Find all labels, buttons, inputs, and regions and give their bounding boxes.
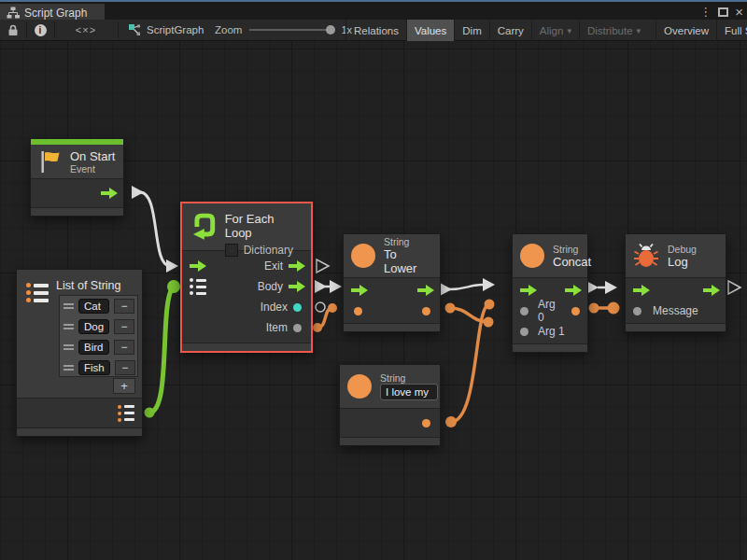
node-list-of-string[interactable]: List of String Cat − Dog − Bird − Fish − — [16, 269, 143, 437]
lock-button[interactable] — [2, 20, 24, 40]
port-label-body: Body — [258, 280, 283, 293]
node-footer — [340, 437, 440, 445]
port-label-arg1: Arg 1 — [538, 325, 565, 338]
string-input-port[interactable] — [354, 307, 362, 315]
node-footer — [31, 207, 123, 216]
zoom-slider-track — [249, 29, 333, 31]
kebab-menu-icon[interactable]: ⋮ — [699, 6, 712, 19]
maximize-icon[interactable] — [718, 7, 728, 17]
node-for-each-loop[interactable]: For Each Loop Dictionary Exit Body Inde — [180, 202, 313, 353]
flow-output-port[interactable] — [417, 285, 434, 296]
carry-button[interactable]: Carry — [489, 20, 531, 41]
distribute-dropdown[interactable]: Distribute ▾ — [579, 20, 648, 41]
string-output-port[interactable] — [422, 307, 430, 315]
list-item-field[interactable]: Dog — [78, 319, 109, 334]
index-output-port[interactable] — [293, 303, 302, 312]
flow-input-port[interactable] — [633, 285, 650, 296]
port-label-message: Message — [653, 304, 698, 317]
drag-handle[interactable] — [63, 344, 74, 350]
dim-button[interactable]: Dim — [454, 20, 488, 41]
list-item-field[interactable]: Cat — [78, 299, 109, 314]
string-type-icon — [347, 374, 372, 399]
node-title: List of String — [56, 279, 120, 292]
zoom-slider[interactable] — [249, 24, 333, 35]
list-item-field[interactable]: Fish — [78, 360, 110, 375]
node-footer — [344, 323, 440, 331]
flow-output-port[interactable] — [101, 188, 118, 199]
script-graph-icon — [128, 23, 141, 36]
lock-icon — [7, 24, 19, 36]
string-type-icon — [351, 244, 375, 268]
node-title: On Start — [70, 149, 115, 163]
node-subtitle: Event — [70, 163, 115, 175]
arg1-input-port[interactable] — [520, 328, 529, 336]
toolbar-buttons: Relations Values Dim Carry Align ▾ Distr… — [345, 20, 747, 41]
dictionary-checkbox[interactable] — [225, 244, 238, 257]
fullscreen-button[interactable]: Full Screen — [716, 20, 747, 41]
chevron-down-icon: ▾ — [637, 26, 641, 35]
node-type-label: String — [384, 236, 432, 247]
port-label-exit: Exit — [264, 259, 283, 273]
port-label-arg0: Arg 0 — [538, 298, 560, 324]
node-debug-log[interactable]: Debug Log Message — [625, 233, 726, 332]
remove-item-button[interactable]: − — [114, 319, 134, 334]
list-item-row: Bird − — [60, 337, 137, 357]
flow-output-port[interactable] — [703, 285, 720, 296]
drag-handle[interactable] — [63, 324, 74, 329]
message-input-port[interactable] — [633, 307, 641, 315]
string-list-widget: Cat − Dog − Bird − Fish − — [59, 295, 138, 377]
collection-input-port[interactable] — [190, 278, 206, 295]
align-label: Align — [540, 25, 564, 36]
graph-name-label: ScriptGraph — [147, 24, 204, 35]
bug-icon — [633, 243, 659, 269]
string-value-input[interactable] — [380, 384, 438, 400]
code-icon: <×> — [76, 24, 96, 35]
remove-item-button[interactable]: − — [114, 340, 134, 355]
align-dropdown[interactable]: Align ▾ — [531, 20, 579, 41]
flow-input-port[interactable] — [520, 285, 537, 296]
node-string-to-lower[interactable]: String To Lower — [343, 233, 441, 332]
port-label-index: Index — [261, 301, 288, 314]
body-output-port[interactable] — [289, 281, 305, 292]
list-item-field[interactable]: Bird — [78, 340, 109, 355]
drag-handle[interactable] — [63, 303, 74, 309]
info-button[interactable]: i — [28, 20, 52, 40]
remove-item-button[interactable]: − — [115, 360, 135, 375]
result-output-port[interactable] — [571, 307, 580, 315]
remove-item-button[interactable]: − — [114, 299, 134, 314]
arg0-input-port[interactable] — [520, 307, 529, 315]
list-item-row: Fish − — [60, 357, 137, 378]
title-bar: Script Graph ⋮ × — [0, 0, 747, 20]
flow-input-port[interactable] — [351, 285, 368, 296]
graph-breadcrumb[interactable]: ScriptGraph — [128, 20, 204, 40]
add-item-button[interactable]: + — [113, 378, 135, 394]
flow-input-port[interactable] — [190, 260, 206, 272]
string-type-icon — [520, 244, 544, 268]
values-button[interactable]: Values — [406, 20, 454, 41]
zoom-slider-handle[interactable] — [326, 25, 335, 35]
node-type-label: String — [380, 372, 438, 384]
node-footer — [513, 343, 587, 352]
info-icon: i — [35, 24, 47, 36]
list-item-row: Dog − — [60, 316, 137, 337]
flow-output-port[interactable] — [565, 285, 582, 296]
node-footer — [17, 427, 142, 436]
node-type-label: String — [553, 244, 591, 255]
overview-button[interactable]: Overview — [655, 20, 716, 41]
zoom-control: Zoom 1x — [215, 20, 352, 40]
drag-handle[interactable] — [63, 365, 74, 371]
code-preview-button[interactable]: <×> — [56, 20, 116, 40]
list-output-port[interactable] — [118, 405, 134, 422]
node-on-start[interactable]: On Start Event — [30, 138, 124, 217]
relations-button[interactable]: Relations — [345, 20, 406, 41]
node-string-literal[interactable]: String — [339, 364, 441, 446]
toolbar-separator — [26, 21, 27, 38]
close-icon[interactable]: × — [735, 6, 743, 19]
distribute-label: Distribute — [587, 25, 633, 36]
exit-output-port[interactable] — [289, 260, 305, 272]
zoom-label: Zoom — [215, 24, 242, 35]
node-string-concat[interactable]: String Concat Arg 0 Arg 1 — [512, 233, 588, 353]
string-output-port[interactable] — [422, 419, 430, 427]
list-icon — [26, 283, 49, 302]
item-output-port[interactable] — [293, 324, 302, 332]
